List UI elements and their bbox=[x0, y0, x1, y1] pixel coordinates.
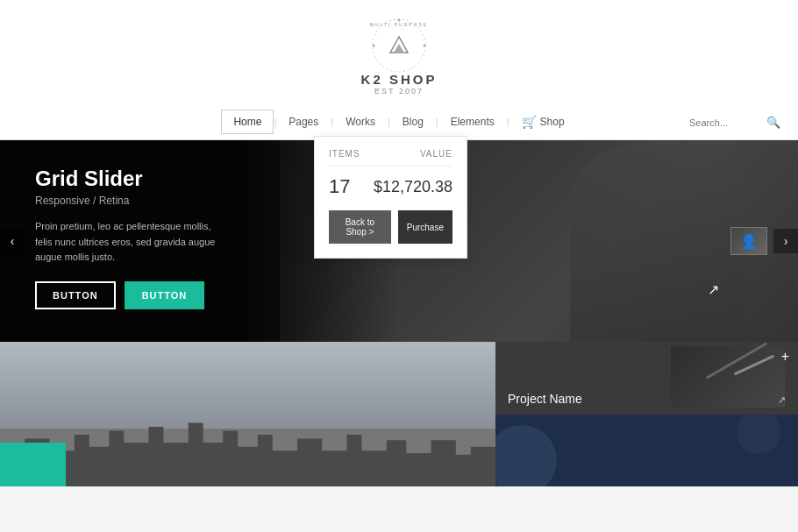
cursor-icon: ↗ bbox=[778, 394, 786, 406]
svg-text:MULTI PURPOSE: MULTI PURPOSE bbox=[370, 22, 428, 27]
brand-tagline: EST 2007 bbox=[374, 87, 424, 96]
grid-city-panel bbox=[0, 342, 495, 486]
nav-items: Home | Pages | Works | Blog | bbox=[221, 108, 576, 136]
search-input[interactable] bbox=[689, 117, 759, 127]
cart-items-label: ITEMS bbox=[329, 149, 360, 159]
grid-navy-panel bbox=[495, 415, 798, 486]
cursor-indicator: ↗ bbox=[708, 281, 719, 298]
thumb-1[interactable]: 👤 bbox=[730, 227, 767, 255]
nav-item-shop[interactable]: 🛒 Shop bbox=[509, 108, 577, 136]
nav-item-blog[interactable]: Blog bbox=[390, 109, 436, 135]
hero-buttons: BUTTON BUTTON bbox=[35, 281, 228, 309]
hero-next-button[interactable]: › bbox=[773, 229, 798, 253]
nav-bar: Home | Pages | Works | Blog | bbox=[0, 104, 798, 139]
nav-item-home[interactable]: Home bbox=[221, 110, 274, 134]
logo-circle: MULTI PURPOSE bbox=[369, 16, 429, 75]
hero-prev-button[interactable]: ‹ bbox=[0, 229, 25, 253]
hero-desc: Proin pretium, leo ac pellentesque molli… bbox=[35, 219, 228, 266]
plus-icon: + bbox=[781, 349, 789, 365]
grid-right: + Project Name ↗ bbox=[495, 342, 798, 486]
hero-button-1[interactable]: BUTTON bbox=[35, 281, 116, 309]
svg-point-3 bbox=[372, 45, 374, 47]
bottom-grid: + Project Name ↗ bbox=[0, 342, 798, 486]
thumbnail-strip: 👤 bbox=[730, 227, 767, 255]
nav-item-elements[interactable]: Elements bbox=[438, 109, 507, 135]
header-inner: MULTI PURPOSE K2 SHOP EST 2007 Home | Pa… bbox=[0, 0, 798, 140]
teal-accent-block bbox=[0, 443, 66, 486]
cart-total: $12,720.38 bbox=[374, 178, 452, 196]
cart-value-row: 17 $12,720.38 bbox=[329, 175, 452, 198]
search-area: 🔍 bbox=[689, 116, 780, 129]
cart-buttons: Back to Shop > Purchase bbox=[329, 210, 452, 244]
back-to-shop-button[interactable]: Back to Shop > bbox=[329, 210, 391, 244]
nav-item-works[interactable]: Works bbox=[333, 109, 388, 135]
header: MULTI PURPOSE K2 SHOP EST 2007 Home | Pa… bbox=[0, 0, 798, 140]
grid-project-panel: + Project Name ↗ bbox=[495, 342, 798, 415]
svg-marker-5 bbox=[394, 44, 404, 53]
cart-icon: 🛒 bbox=[522, 115, 537, 129]
purchase-button[interactable]: Purchase bbox=[398, 210, 452, 244]
page: MULTI PURPOSE K2 SHOP EST 2007 Home | Pa… bbox=[0, 0, 798, 532]
cart-item-count: 17 bbox=[329, 175, 350, 198]
hero-button-2[interactable]: BUTTON bbox=[125, 281, 205, 309]
svg-point-2 bbox=[423, 45, 425, 47]
cart-value-label: VALUE bbox=[420, 149, 452, 159]
cart-header: ITEMS VALUE bbox=[329, 149, 452, 167]
project-name-label: Project Name bbox=[508, 392, 582, 406]
logo-area: MULTI PURPOSE K2 SHOP EST 2007 bbox=[361, 16, 438, 96]
nav-item-pages[interactable]: Pages bbox=[276, 109, 331, 135]
hero-content: Grid Slider Responsive / Retina Proin pr… bbox=[0, 140, 263, 336]
cart-dropdown: ITEMS VALUE 17 $12,720.38 Back to Shop >… bbox=[314, 136, 467, 259]
hero-subtitle: Responsive / Retina bbox=[35, 195, 228, 207]
hero-title: Grid Slider bbox=[35, 167, 228, 191]
search-icon[interactable]: 🔍 bbox=[766, 116, 780, 129]
